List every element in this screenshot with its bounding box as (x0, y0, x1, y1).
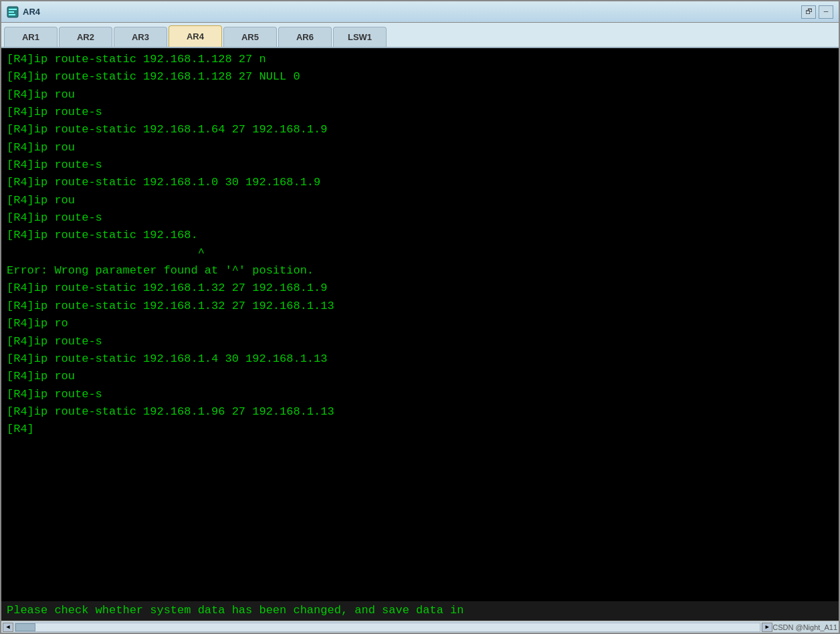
tab-ar4[interactable]: AR4 (169, 25, 222, 47)
terminal-line: [R4]ip route-static 192.168.1.128 27 n (7, 51, 833, 68)
title-bar: AR4 🗗 ─ (1, 1, 839, 23)
tab-bar: AR1AR2AR3AR4AR5AR6LSW1 (1, 23, 839, 48)
terminal-line: [R4]ip route-s (7, 209, 833, 227)
svg-rect-2 (9, 11, 14, 13)
scroll-thumb[interactable] (15, 623, 35, 631)
terminal-line: [R4]ip route-static 192.168.1.128 27 NUL… (7, 68, 833, 86)
terminal-output: [R4]ip route-static 192.168.1.128 27 n[R… (7, 51, 833, 439)
terminal-line: [R4]ip route-static 192.168.1.0 30 192.1… (7, 174, 833, 191)
terminal-line: [R4]ip route-static 192.168. (7, 227, 833, 244)
title-bar-buttons: 🗗 ─ (801, 5, 833, 19)
terminal-area: [R4]ip route-static 192.168.1.128 27 n[R… (1, 48, 839, 601)
window-title: AR4 (23, 7, 40, 17)
minimize-button[interactable]: ─ (819, 5, 833, 19)
horizontal-scrollbar[interactable]: ◀ ▶ CSDN @Night_A11 (1, 621, 839, 633)
tab-ar1[interactable]: AR1 (4, 27, 58, 47)
terminal-line: ^ (7, 245, 833, 262)
tab-ar5[interactable]: AR5 (223, 27, 277, 47)
tab-lsw1[interactable]: LSW1 (333, 27, 387, 47)
terminal-line: [R4]ip route-s (7, 386, 833, 403)
svg-rect-1 (9, 9, 17, 10)
terminal-line: [R4]ip route-s (7, 156, 833, 174)
svg-rect-3 (9, 14, 15, 15)
terminal-line: [R4]ip ro (7, 315, 833, 332)
terminal-line: [R4]ip rou (7, 139, 833, 156)
restore-button[interactable]: 🗗 (801, 5, 816, 19)
terminal-line: [R4]ip route-static 192.168.1.4 30 192.1… (7, 350, 833, 368)
terminal-line: [R4]ip rou (7, 192, 833, 209)
tab-ar6[interactable]: AR6 (278, 27, 332, 47)
tab-ar3[interactable]: AR3 (114, 27, 167, 47)
window-icon (7, 6, 19, 18)
bottom-message-bar: Please check whether system data has bee… (1, 601, 839, 621)
bottom-message-text: Please check whether system data has bee… (7, 604, 833, 617)
scroll-right-button[interactable]: ▶ (762, 623, 772, 632)
terminal-line: [R4] (7, 421, 833, 438)
main-window: AR4 🗗 ─ AR1AR2AR3AR4AR5AR6LSW1 [R4]ip ro… (0, 0, 840, 634)
watermark: CSDN @Night_A11 (772, 623, 837, 631)
terminal-line: [R4]ip route-static 192.168.1.32 27 192.… (7, 298, 833, 315)
title-bar-left: AR4 (7, 6, 40, 18)
tab-ar2[interactable]: AR2 (59, 27, 112, 47)
scroll-track[interactable] (15, 623, 760, 632)
terminal-line: [R4]ip route-s (7, 104, 833, 121)
terminal-line: [R4]ip route-s (7, 333, 833, 350)
terminal-line: [R4]ip route-static 192.168.1.96 27 192.… (7, 403, 833, 421)
terminal-line: [R4]ip route-static 192.168.1.32 27 192.… (7, 280, 833, 297)
terminal-line: [R4]ip rou (7, 368, 833, 385)
terminal-line: [R4]ip route-static 192.168.1.64 27 192.… (7, 121, 833, 138)
terminal-line: [R4]ip rou (7, 86, 833, 104)
terminal-line: Error: Wrong parameter found at '^' posi… (7, 262, 833, 280)
scroll-left-button[interactable]: ◀ (3, 623, 13, 632)
